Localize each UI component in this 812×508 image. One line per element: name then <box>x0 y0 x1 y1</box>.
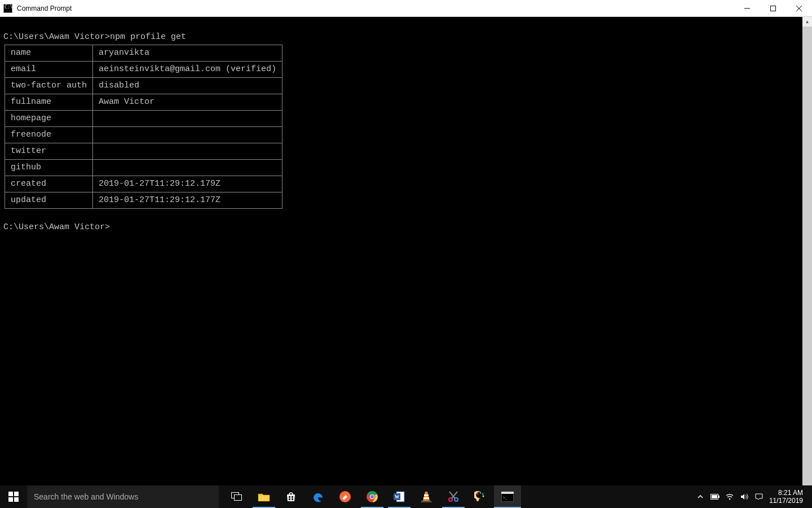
profile-key: two-factor auth <box>5 78 93 94</box>
edge-button[interactable] <box>304 485 332 508</box>
clock-time: 8:21 AM <box>769 489 803 497</box>
table-row: updated2019-01-27T11:29:12.177Z <box>5 192 283 209</box>
svg-point-32 <box>729 498 731 500</box>
svg-rect-30 <box>718 496 720 498</box>
snipping-tool-button[interactable] <box>440 485 467 508</box>
prompt-line-2: C:\Users\Awam Victor> <box>3 222 799 233</box>
svg-rect-31 <box>712 495 717 498</box>
maximize-button[interactable] <box>760 0 786 16</box>
command-prompt-taskbar-button[interactable]: >_ <box>494 485 521 508</box>
table-row: created2019-01-27T11:29:12.179Z <box>5 176 283 192</box>
file-explorer-button[interactable] <box>250 485 277 508</box>
profile-key: github <box>5 160 93 176</box>
taskbar-clock[interactable]: 8:21 AM 11/17/2019 <box>769 489 806 505</box>
svg-point-23 <box>480 492 482 494</box>
chrome-icon <box>366 491 378 503</box>
word-icon: W <box>393 491 405 503</box>
paint-button[interactable] <box>467 485 494 508</box>
taskbar: Search the web and Windows <box>0 485 812 508</box>
svg-rect-1 <box>8 492 13 496</box>
profile-key: twitter <box>5 143 93 160</box>
profile-value: aeinsteinvikta@gmail.com (verified) <box>93 62 283 78</box>
postman-button[interactable] <box>332 485 359 508</box>
svg-rect-4 <box>14 497 19 502</box>
command-prompt-taskbar-icon: >_ <box>501 492 514 502</box>
profile-value <box>93 143 283 160</box>
tray-chevron-icon[interactable] <box>696 494 705 500</box>
wifi-icon[interactable] <box>725 493 734 500</box>
start-button[interactable] <box>0 485 27 508</box>
svg-rect-8 <box>292 496 293 498</box>
store-button[interactable] <box>277 485 304 508</box>
task-view-button[interactable] <box>223 485 250 508</box>
profile-key: updated <box>5 192 93 209</box>
prompt-path: C:\Users\Awam Victor> <box>3 222 110 232</box>
svg-text:W: W <box>395 494 399 500</box>
table-row: namearyanvikta <box>5 45 283 62</box>
postman-icon <box>339 491 351 503</box>
svg-rect-9 <box>289 498 290 500</box>
profile-value <box>93 127 283 143</box>
vertical-scrollbar[interactable]: ▲ ▼ <box>802 17 812 508</box>
search-placeholder: Search the web and Windows <box>34 492 138 501</box>
profile-value: 2019-01-27T11:29:12.177Z <box>93 192 283 209</box>
svg-point-14 <box>370 495 374 498</box>
paint-icon <box>474 491 487 503</box>
svg-rect-10 <box>292 498 293 500</box>
table-row: homepage <box>5 111 283 127</box>
action-center-icon[interactable] <box>754 493 764 500</box>
command-prompt-window: Command Prompt C:\Users\Awam Victor>npm … <box>0 0 812 508</box>
battery-icon[interactable] <box>710 494 720 500</box>
command-prompt-icon <box>3 4 12 13</box>
titlebar: Command Prompt <box>0 0 812 17</box>
window-controls <box>734 0 812 16</box>
system-tray: 8:21 AM 11/17/2019 <box>690 485 812 508</box>
profile-key: fullname <box>5 94 93 111</box>
table-row: twitter <box>5 143 283 160</box>
svg-rect-27 <box>501 492 514 494</box>
table-row: two-factor authdisabled <box>5 78 283 94</box>
svg-rect-19 <box>423 497 429 499</box>
table-row: emailaeinsteinvikta@gmail.com (verified) <box>5 62 283 78</box>
profile-value: aryanvikta <box>93 45 283 62</box>
profile-value <box>93 111 283 127</box>
profile-key: homepage <box>5 111 93 127</box>
svg-text:>_: >_ <box>503 496 508 500</box>
svg-rect-2 <box>14 492 19 496</box>
svg-point-24 <box>482 493 484 495</box>
minimize-button[interactable] <box>734 0 760 16</box>
table-row: github <box>5 160 283 176</box>
taskbar-search-box[interactable]: Search the web and Windows <box>27 485 219 508</box>
edge-icon <box>312 491 324 503</box>
profile-value <box>93 160 283 176</box>
windows-logo-icon <box>8 492 19 502</box>
svg-rect-6 <box>235 495 242 501</box>
profile-key: email <box>5 62 93 78</box>
task-view-icon <box>231 492 242 501</box>
profile-key: name <box>5 45 93 62</box>
window-title: Command Prompt <box>17 5 72 12</box>
vlc-icon <box>421 491 432 503</box>
store-icon <box>285 491 297 502</box>
chrome-button[interactable] <box>359 485 386 508</box>
vlc-button[interactable] <box>413 485 440 508</box>
word-button[interactable]: W <box>386 485 413 508</box>
svg-point-25 <box>483 496 484 497</box>
terminal-area: C:\Users\Awam Victor>npm profile get nam… <box>0 17 812 508</box>
folder-icon <box>258 492 270 502</box>
profile-value: 2019-01-27T11:29:12.179Z <box>93 176 283 192</box>
profile-key: freenode <box>5 127 93 143</box>
prompt-line-1: C:\Users\Awam Victor>npm profile get <box>3 32 799 43</box>
taskbar-apps: W >_ <box>223 485 521 508</box>
terminal-output[interactable]: C:\Users\Awam Victor>npm profile get nam… <box>0 17 802 508</box>
close-button[interactable] <box>786 0 812 16</box>
scroll-up-button[interactable]: ▲ <box>802 17 812 27</box>
profile-value: Awam Victor <box>93 94 283 111</box>
volume-icon[interactable] <box>740 493 749 500</box>
svg-rect-7 <box>289 496 290 498</box>
svg-point-22 <box>477 493 479 495</box>
profile-value: disabled <box>93 78 283 94</box>
profile-key: created <box>5 176 93 192</box>
svg-rect-0 <box>771 6 776 11</box>
scroll-thumb[interactable] <box>802 27 812 498</box>
